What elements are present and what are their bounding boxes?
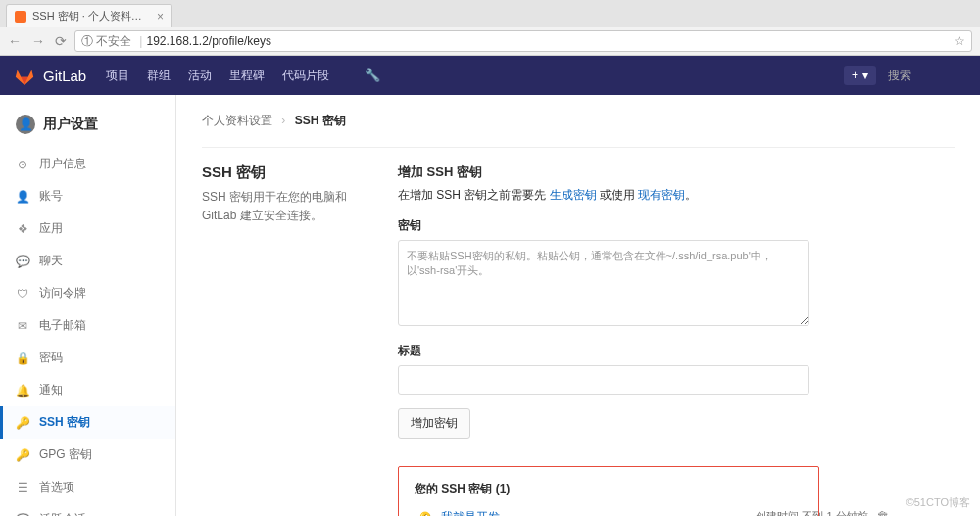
back-icon[interactable]: ← [8, 33, 22, 49]
key-icon: 🔑 [16, 448, 29, 462]
key-meta: 创建时间 不到 1 分钟前 🗑 [756, 509, 888, 516]
sidebar-item-label: 访问令牌 [39, 285, 86, 302]
sidebar-item-label: 用户信息 [39, 156, 86, 172]
gitlab-logo-icon[interactable] [14, 65, 35, 86]
title-input[interactable] [398, 365, 809, 395]
sidebar-item-label: 密码 [39, 350, 63, 366]
sidebar-item-ssh-keys[interactable]: 🔑SSH 密钥 [0, 406, 175, 439]
bookmark-icon[interactable]: ☆ [955, 34, 965, 48]
title-label: 标题 [398, 343, 955, 359]
page: 👤 用户设置 ⊙用户信息 👤账号 ❖应用 💬聊天 🛡访问令牌 ✉电子邮箱 🔒密码… [0, 95, 980, 516]
help-line: 在增加 SSH 密钥之前需要先 生成密钥 或使用 现有密钥。 [398, 187, 955, 204]
sidebar-item-profile[interactable]: ⊙用户信息 [0, 148, 175, 180]
page-desc: SSH 密钥用于在您的电脑和 GitLab 建立安全连接。 [202, 188, 359, 225]
apps-icon: ❖ [16, 222, 29, 236]
tab-bar: SSH 密钥 · 个人资料设置 × × [0, 0, 980, 27]
lock-icon: 🔒 [16, 352, 29, 365]
wrench-icon[interactable]: 🔧 [365, 68, 380, 84]
chevron-down-icon: ▾ [862, 69, 868, 82]
tab-title: SSH 密钥 · 个人资料设置 × [32, 9, 151, 23]
section-description: SSH 密钥 SSH 密钥用于在您的电脑和 GitLab 建立安全连接。 [202, 164, 359, 516]
sidebar-item-label: GPG 密钥 [39, 446, 92, 463]
breadcrumb-parent[interactable]: 个人资料设置 [202, 114, 272, 127]
sidebar-item-label: 应用 [39, 220, 63, 237]
email-icon: ✉ [16, 319, 29, 333]
ssh-key-row: 🔑 我就是开发 8c:b4:af:26:db:5c:a0:2c:64:05:2f… [415, 509, 803, 516]
nav-snippets[interactable]: 代码片段 [282, 68, 329, 84]
account-icon: 👤 [16, 190, 29, 204]
sidebar-item-emails[interactable]: ✉电子邮箱 [0, 309, 175, 342]
nav-links: 项目 群组 活动 里程碑 代码片段 🔧 [106, 68, 380, 84]
sidebar-title-label: 用户设置 [43, 116, 98, 133]
brand[interactable]: GitLab [43, 68, 86, 84]
chat-icon: 💬 [16, 255, 29, 268]
sidebar-item-notifications[interactable]: 🔔通知 [0, 374, 175, 406]
sidebar-item-label: 电子邮箱 [39, 317, 86, 334]
help-suffix: 。 [685, 188, 697, 202]
nav-projects[interactable]: 项目 [106, 68, 129, 84]
help-prefix: 在增加 SSH 密钥之前需要先 [398, 188, 550, 202]
close-icon[interactable]: × [157, 10, 164, 23]
sidebar: 👤 用户设置 ⊙用户信息 👤账号 ❖应用 💬聊天 🛡访问令牌 ✉电子邮箱 🔒密码… [0, 95, 176, 516]
new-dropdown[interactable]: + ▾ [844, 66, 876, 85]
sidebar-item-preferences[interactable]: ☰首选项 [0, 471, 175, 503]
your-keys-heading: 您的 SSH 密钥 (1) [415, 481, 803, 497]
nav-activity[interactable]: 活动 [188, 68, 212, 84]
sidebar-item-tokens[interactable]: 🛡访问令牌 [0, 277, 175, 309]
your-keys-box: 您的 SSH 密钥 (1) 🔑 我就是开发 8c:b4:af:26:db:5c:… [398, 466, 819, 516]
key-label: 密钥 [398, 217, 955, 234]
generate-key-link[interactable]: 生成密钥 [550, 188, 597, 202]
reload-icon[interactable]: ⟳ [55, 33, 67, 49]
url-text: 192.168.1.2/profile/keys [146, 34, 270, 48]
forward-icon[interactable]: → [31, 33, 45, 49]
nav-groups[interactable]: 群组 [147, 68, 171, 84]
sidebar-item-account[interactable]: 👤账号 [0, 180, 175, 212]
sidebar-item-apps[interactable]: ❖应用 [0, 212, 175, 245]
key-icon: 🔑 [415, 511, 431, 516]
search-input[interactable]: 搜索 [888, 68, 966, 84]
browser-chrome: SSH 密钥 · 个人资料设置 × × ← → ⟳ ① 不安全 | 192.16… [0, 0, 980, 56]
sidebar-title: 👤 用户设置 [0, 109, 175, 148]
browser-tab[interactable]: SSH 密钥 · 个人资料设置 × × [6, 4, 172, 27]
key-created: 创建时间 不到 1 分钟前 [756, 509, 867, 516]
watermark: ©51CTO博客 [906, 495, 970, 510]
add-key-button[interactable]: 增加密钥 [398, 408, 470, 439]
trash-icon[interactable]: 🗑 [876, 509, 889, 516]
breadcrumb-current: SSH 密钥 [295, 114, 346, 127]
profile-icon: ⊙ [16, 158, 29, 171]
key-icon: 🔑 [16, 416, 29, 430]
bell-icon: 🔔 [16, 384, 29, 398]
url-field[interactable]: ① 不安全 | 192.168.1.2/profile/keys ☆ [74, 30, 972, 52]
ssh-section: SSH 密钥 SSH 密钥用于在您的电脑和 GitLab 建立安全连接。 增加 … [202, 147, 955, 516]
sidebar-item-label: 账号 [39, 188, 63, 205]
key-name-link[interactable]: 我就是开发 [441, 509, 746, 516]
chevron-right-icon: › [281, 114, 285, 127]
chat-icon: 💬 [16, 513, 29, 517]
top-nav: GitLab 项目 群组 活动 里程碑 代码片段 🔧 + ▾ 搜索 [0, 56, 980, 95]
sidebar-item-sessions[interactable]: 💬活跃会话 [0, 503, 175, 516]
sidebar-item-chat[interactable]: 💬聊天 [0, 245, 175, 277]
nav-milestones[interactable]: 里程碑 [229, 68, 265, 84]
nav-buttons: ← → ⟳ [8, 33, 67, 49]
insecure-label: ① 不安全 [81, 33, 131, 50]
favicon [15, 11, 26, 23]
sidebar-item-password[interactable]: 🔒密码 [0, 342, 175, 374]
key-info: 我就是开发 8c:b4:af:26:db:5c:a0:2c:64:05:2f:c… [441, 509, 746, 516]
key-textarea[interactable] [398, 240, 809, 326]
sidebar-item-label: 通知 [39, 382, 63, 399]
sidebar-item-label: 聊天 [39, 253, 63, 269]
sidebar-item-gpg-keys[interactable]: 🔑GPG 密钥 [0, 439, 175, 471]
page-title: SSH 密钥 [202, 164, 359, 182]
help-mid: 或使用 [597, 188, 639, 202]
sidebar-item-label: 首选项 [39, 479, 74, 495]
address-bar: ← → ⟳ ① 不安全 | 192.168.1.2/profile/keys ☆ [0, 27, 980, 55]
menu-icon: ☰ [16, 481, 29, 494]
add-heading: 增加 SSH 密钥 [398, 164, 955, 181]
shield-icon: 🛡 [16, 287, 29, 301]
sidebar-item-label: 活跃会话 [39, 511, 86, 516]
breadcrumb: 个人资料设置 › SSH 密钥 [202, 113, 955, 129]
url-divider: | [139, 34, 142, 48]
ssh-form: 增加 SSH 密钥 在增加 SSH 密钥之前需要先 生成密钥 或使用 现有密钥。… [398, 164, 955, 516]
existing-key-link[interactable]: 现有密钥 [638, 188, 685, 202]
sidebar-item-label: SSH 密钥 [39, 414, 90, 431]
